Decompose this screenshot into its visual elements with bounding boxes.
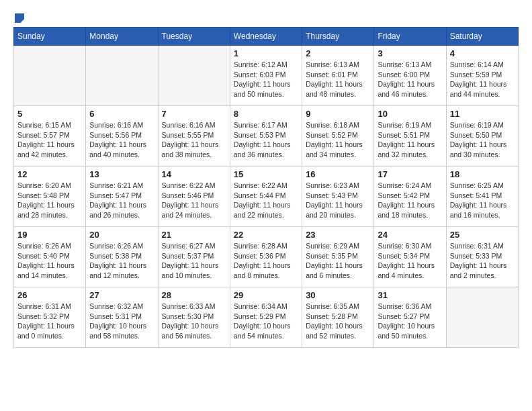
calendar-cell: 25Sunrise: 6:31 AM Sunset: 5:33 PM Dayli… <box>446 227 518 287</box>
day-info: Sunrise: 6:16 AM Sunset: 5:55 PM Dayligh… <box>162 120 226 160</box>
calendar-cell: 16Sunrise: 6:23 AM Sunset: 5:43 PM Dayli… <box>302 167 374 227</box>
day-number: 3 <box>378 48 442 58</box>
day-number: 29 <box>234 290 298 300</box>
day-number: 23 <box>306 230 370 240</box>
day-number: 28 <box>162 290 226 300</box>
calendar-cell: 30Sunrise: 6:35 AM Sunset: 5:28 PM Dayli… <box>302 287 374 348</box>
day-number: 11 <box>450 109 515 119</box>
day-number: 4 <box>450 48 515 58</box>
day-header-monday: Monday <box>86 28 158 46</box>
day-header-sunday: Sunday <box>14 28 86 46</box>
day-info: Sunrise: 6:36 AM Sunset: 5:27 PM Dayligh… <box>378 302 442 341</box>
calendar-cell: 11Sunrise: 6:19 AM Sunset: 5:50 PM Dayli… <box>446 106 518 167</box>
calendar-cell: 3Sunrise: 6:13 AM Sunset: 6:00 PM Daylig… <box>374 46 446 106</box>
calendar-cell: 4Sunrise: 6:14 AM Sunset: 5:59 PM Daylig… <box>446 46 518 106</box>
calendar-cell: 6Sunrise: 6:16 AM Sunset: 5:56 PM Daylig… <box>86 106 158 167</box>
calendar-cell: 22Sunrise: 6:28 AM Sunset: 5:36 PM Dayli… <box>230 227 302 287</box>
calendar-cell: 28Sunrise: 6:33 AM Sunset: 5:30 PM Dayli… <box>158 287 230 348</box>
calendar-cell: 2Sunrise: 6:13 AM Sunset: 6:01 PM Daylig… <box>302 46 374 106</box>
calendar-cell: 23Sunrise: 6:29 AM Sunset: 5:35 PM Dayli… <box>302 227 374 287</box>
day-number: 19 <box>17 230 82 240</box>
calendar-cell: 21Sunrise: 6:27 AM Sunset: 5:37 PM Dayli… <box>158 227 230 287</box>
day-info: Sunrise: 6:22 AM Sunset: 5:46 PM Dayligh… <box>162 181 226 220</box>
week-row-5: 26Sunrise: 6:31 AM Sunset: 5:32 PM Dayli… <box>14 287 519 348</box>
calendar-cell <box>86 46 158 106</box>
day-number: 2 <box>306 48 370 58</box>
calendar-cell: 20Sunrise: 6:26 AM Sunset: 5:38 PM Dayli… <box>86 227 158 287</box>
day-number: 31 <box>378 290 442 300</box>
day-number: 30 <box>306 290 370 300</box>
calendar-cell: 14Sunrise: 6:22 AM Sunset: 5:46 PM Dayli… <box>158 167 230 227</box>
day-info: Sunrise: 6:18 AM Sunset: 5:52 PM Dayligh… <box>306 120 370 160</box>
day-number: 13 <box>89 169 154 179</box>
week-row-3: 12Sunrise: 6:20 AM Sunset: 5:48 PM Dayli… <box>14 167 519 227</box>
calendar-cell: 7Sunrise: 6:16 AM Sunset: 5:55 PM Daylig… <box>158 106 230 167</box>
day-info: Sunrise: 6:14 AM Sunset: 5:59 PM Dayligh… <box>450 60 515 99</box>
calendar-cell: 29Sunrise: 6:34 AM Sunset: 5:29 PM Dayli… <box>230 287 302 348</box>
day-number: 16 <box>306 169 370 179</box>
calendar-cell <box>446 287 518 348</box>
day-number: 7 <box>162 109 226 119</box>
day-info: Sunrise: 6:29 AM Sunset: 5:35 PM Dayligh… <box>306 241 370 281</box>
day-info: Sunrise: 6:31 AM Sunset: 5:32 PM Dayligh… <box>17 302 82 341</box>
day-info: Sunrise: 6:17 AM Sunset: 5:53 PM Dayligh… <box>234 120 298 160</box>
calendar-cell: 15Sunrise: 6:22 AM Sunset: 5:44 PM Dayli… <box>230 167 302 227</box>
calendar-cell: 5Sunrise: 6:15 AM Sunset: 5:57 PM Daylig… <box>14 106 86 167</box>
day-info: Sunrise: 6:24 AM Sunset: 5:42 PM Dayligh… <box>378 181 442 220</box>
day-info: Sunrise: 6:26 AM Sunset: 5:40 PM Dayligh… <box>17 241 82 281</box>
day-info: Sunrise: 6:15 AM Sunset: 5:57 PM Dayligh… <box>17 120 82 160</box>
logo-icon <box>15 13 24 23</box>
day-number: 15 <box>234 169 298 179</box>
day-number: 27 <box>89 290 154 300</box>
week-row-4: 19Sunrise: 6:26 AM Sunset: 5:40 PM Dayli… <box>14 227 519 287</box>
day-header-saturday: Saturday <box>446 28 518 46</box>
day-info: Sunrise: 6:30 AM Sunset: 5:34 PM Dayligh… <box>378 241 442 281</box>
calendar-cell: 10Sunrise: 6:19 AM Sunset: 5:51 PM Dayli… <box>374 106 446 167</box>
day-info: Sunrise: 6:13 AM Sunset: 6:01 PM Dayligh… <box>306 60 370 99</box>
calendar-cell: 26Sunrise: 6:31 AM Sunset: 5:32 PM Dayli… <box>14 287 86 348</box>
day-number: 6 <box>89 109 154 119</box>
day-info: Sunrise: 6:19 AM Sunset: 5:50 PM Dayligh… <box>450 120 515 160</box>
calendar-cell: 18Sunrise: 6:25 AM Sunset: 5:41 PM Dayli… <box>446 167 518 227</box>
day-number: 8 <box>234 109 298 119</box>
day-info: Sunrise: 6:16 AM Sunset: 5:56 PM Dayligh… <box>89 120 154 160</box>
day-number: 1 <box>234 48 298 58</box>
day-info: Sunrise: 6:21 AM Sunset: 5:47 PM Dayligh… <box>89 181 154 220</box>
day-info: Sunrise: 6:33 AM Sunset: 5:30 PM Dayligh… <box>162 302 226 341</box>
day-number: 25 <box>450 230 515 240</box>
calendar-cell: 1Sunrise: 6:12 AM Sunset: 6:03 PM Daylig… <box>230 46 302 106</box>
day-header-friday: Friday <box>374 28 446 46</box>
day-number: 17 <box>378 169 442 179</box>
day-info: Sunrise: 6:34 AM Sunset: 5:29 PM Dayligh… <box>234 302 298 341</box>
calendar-cell: 31Sunrise: 6:36 AM Sunset: 5:27 PM Dayli… <box>374 287 446 348</box>
day-info: Sunrise: 6:19 AM Sunset: 5:51 PM Dayligh… <box>378 120 442 160</box>
day-header-tuesday: Tuesday <box>158 28 230 46</box>
calendar: SundayMondayTuesdayWednesdayThursdayFrid… <box>13 27 519 348</box>
day-header-thursday: Thursday <box>302 28 374 46</box>
day-info: Sunrise: 6:35 AM Sunset: 5:28 PM Dayligh… <box>306 302 370 341</box>
header <box>13 13 519 20</box>
day-number: 22 <box>234 230 298 240</box>
day-header-wednesday: Wednesday <box>230 28 302 46</box>
week-row-2: 5Sunrise: 6:15 AM Sunset: 5:57 PM Daylig… <box>14 106 519 167</box>
week-row-1: 1Sunrise: 6:12 AM Sunset: 6:03 PM Daylig… <box>14 46 519 106</box>
calendar-cell: 17Sunrise: 6:24 AM Sunset: 5:42 PM Dayli… <box>374 167 446 227</box>
day-number: 5 <box>17 109 82 119</box>
day-number: 18 <box>450 169 515 179</box>
day-info: Sunrise: 6:26 AM Sunset: 5:38 PM Dayligh… <box>89 241 154 281</box>
calendar-cell: 12Sunrise: 6:20 AM Sunset: 5:48 PM Dayli… <box>14 167 86 227</box>
day-number: 14 <box>162 169 226 179</box>
calendar-cell: 24Sunrise: 6:30 AM Sunset: 5:34 PM Dayli… <box>374 227 446 287</box>
day-info: Sunrise: 6:12 AM Sunset: 6:03 PM Dayligh… <box>234 60 298 99</box>
day-info: Sunrise: 6:27 AM Sunset: 5:37 PM Dayligh… <box>162 241 226 281</box>
day-number: 20 <box>89 230 154 240</box>
calendar-cell: 13Sunrise: 6:21 AM Sunset: 5:47 PM Dayli… <box>86 167 158 227</box>
day-number: 26 <box>17 290 82 300</box>
day-number: 12 <box>17 169 82 179</box>
day-info: Sunrise: 6:22 AM Sunset: 5:44 PM Dayligh… <box>234 181 298 220</box>
day-number: 9 <box>306 109 370 119</box>
calendar-cell: 8Sunrise: 6:17 AM Sunset: 5:53 PM Daylig… <box>230 106 302 167</box>
day-info: Sunrise: 6:25 AM Sunset: 5:41 PM Dayligh… <box>450 181 515 220</box>
logo <box>13 13 24 20</box>
calendar-cell <box>158 46 230 106</box>
